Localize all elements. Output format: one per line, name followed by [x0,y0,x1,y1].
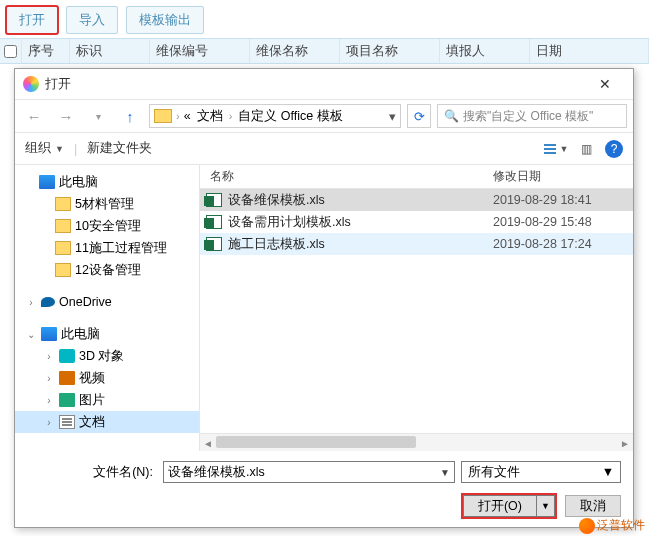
col-filename[interactable]: 名称 [200,168,493,185]
expand-icon[interactable]: › [43,351,55,362]
file-row[interactable]: 设备维保模板.xls 2019-08-29 18:41 [200,189,633,211]
scroll-thumb[interactable] [216,436,416,448]
folder-icon [55,219,71,233]
nav-forward-button[interactable]: → [53,103,79,129]
open-split-button[interactable]: ▼ [537,495,555,517]
expand-icon[interactable]: › [43,395,55,406]
tree-folder-3[interactable]: 11施工过程管理 [15,237,199,259]
tree-videos[interactable]: ›视频 [15,367,199,389]
new-folder-button[interactable]: 新建文件夹 [87,140,152,157]
horizontal-scrollbar[interactable]: ◄ ► [200,433,633,451]
app-icon [23,76,39,92]
dialog-titlebar: 打开 ✕ [15,69,633,99]
tree-folder-2[interactable]: 10安全管理 [15,215,199,237]
tree-pictures[interactable]: ›图片 [15,389,199,411]
chevron-down-icon: ▼ [602,465,614,479]
expand-icon[interactable]: › [43,373,55,384]
select-all-cell [0,39,22,63]
file-filter-select[interactable]: 所有文件▼ [461,461,621,483]
nav-recent-button[interactable]: ▾ [85,103,111,129]
filename-input[interactable]: 设备维保模板.xls▼ [163,461,455,483]
col-filled-by[interactable]: 填报人 [440,39,530,63]
col-project-name[interactable]: 项目名称 [340,39,440,63]
folder-icon [55,241,71,255]
file-name: 设备需用计划模板.xls [228,214,493,231]
help-icon[interactable]: ? [605,140,623,158]
scroll-left-icon[interactable]: ◄ [200,434,216,452]
col-maint-no[interactable]: 维保编号 [150,39,250,63]
breadcrumb-sep: « [184,109,191,123]
file-row[interactable]: 施工日志模板.xls 2019-08-28 17:24 [200,233,633,255]
dialog-bottom: 文件名(N): 设备维保模板.xls▼ 所有文件▼ 打开(O) ▼ 取消 [15,451,633,527]
file-name: 施工日志模板.xls [228,236,493,253]
organize-menu[interactable]: 组织▼ [25,140,64,157]
expand-icon[interactable]: › [25,297,37,308]
tree-onedrive[interactable]: ›OneDrive [15,291,199,313]
breadcrumb-current[interactable]: 自定义 Office 模板 [236,108,344,125]
app-toolbar: 打开 导入 模板输出 [0,0,649,38]
breadcrumb-documents[interactable]: 文档 [195,108,225,125]
nav-tree: 此电脑 5材料管理 10安全管理 11施工过程管理 12设备管理 ›OneDri… [15,165,200,451]
filename-label: 文件名(N): [27,464,157,481]
dialog-cancel-button[interactable]: 取消 [565,495,621,517]
select-all-checkbox[interactable] [4,45,17,58]
file-list: 设备维保模板.xls 2019-08-29 18:41 设备需用计划模板.xls… [200,189,633,433]
refresh-button[interactable]: ⟳ [407,104,431,128]
xls-icon [206,237,222,251]
search-icon: 🔍 [444,109,459,123]
file-columns: 名称 修改日期 [200,165,633,189]
view-list-icon[interactable]: ▼ [545,139,567,159]
grid-header: 序号 标识 维保编号 维保名称 项目名称 填报人 日期 [0,38,649,64]
folder-icon [154,109,172,123]
address-bar[interactable]: › « 文档 › 自定义 Office 模板 ▾ [149,104,401,128]
folder-icon [55,263,71,277]
pc-icon [39,175,55,189]
xls-icon [206,215,222,229]
documents-icon [59,415,75,429]
tree-this-pc[interactable]: ⌄此电脑 [15,323,199,345]
chevron-right-icon: › [229,110,233,122]
open-button[interactable]: 打开 [6,6,58,34]
expand-icon[interactable]: › [43,417,55,428]
tree-folder-1[interactable]: 5材料管理 [15,193,199,215]
file-date: 2019-08-28 17:24 [493,237,633,251]
col-maint-name[interactable]: 维保名称 [250,39,340,63]
search-placeholder: 搜索"自定义 Office 模板" [463,108,593,125]
col-date[interactable]: 日期 [530,39,649,63]
scroll-right-icon[interactable]: ► [617,434,633,452]
file-pane: 名称 修改日期 设备维保模板.xls 2019-08-29 18:41 设备需用… [200,165,633,451]
video-icon [59,371,75,385]
dialog-body: 此电脑 5材料管理 10安全管理 11施工过程管理 12设备管理 ›OneDri… [15,165,633,451]
organize-row: 组织▼ | 新建文件夹 ▼ ▥ ? [15,133,633,165]
xls-icon [206,193,222,207]
file-open-dialog: 打开 ✕ ← → ▾ ↑ › « 文档 › 自定义 Office 模板 ▾ ⟳ … [14,68,634,528]
tree-3d-objects[interactable]: ›3D 对象 [15,345,199,367]
tree-documents[interactable]: ›文档 [15,411,199,433]
nav-up-button[interactable]: ↑ [117,103,143,129]
search-input[interactable]: 🔍 搜索"自定义 Office 模板" [437,104,627,128]
folder-icon [55,197,71,211]
pictures-icon [59,393,75,407]
col-seq[interactable]: 序号 [22,39,70,63]
dialog-title: 打开 [45,76,71,93]
file-date: 2019-08-29 18:41 [493,193,633,207]
pc-icon [41,327,57,341]
preview-pane-icon[interactable]: ▥ [575,139,597,159]
chevron-down-icon: ▼ [55,144,64,154]
file-row[interactable]: 设备需用计划模板.xls 2019-08-29 15:48 [200,211,633,233]
address-dropdown-icon[interactable]: ▾ [389,109,396,124]
file-date: 2019-08-29 15:48 [493,215,633,229]
tree-this-pc-quick[interactable]: 此电脑 [15,171,199,193]
nav-back-button[interactable]: ← [21,103,47,129]
import-button[interactable]: 导入 [66,6,118,34]
col-modified[interactable]: 修改日期 [493,168,633,185]
collapse-icon[interactable]: ⌄ [25,329,37,340]
col-mark[interactable]: 标识 [70,39,150,63]
close-icon[interactable]: ✕ [585,70,625,98]
dialog-open-button[interactable]: 打开(O) [463,495,537,517]
chevron-down-icon[interactable]: ▼ [440,467,450,478]
3d-objects-icon [59,349,75,363]
template-export-button[interactable]: 模板输出 [126,6,204,34]
tree-folder-4[interactable]: 12设备管理 [15,259,199,281]
chevron-right-icon: › [176,110,180,122]
